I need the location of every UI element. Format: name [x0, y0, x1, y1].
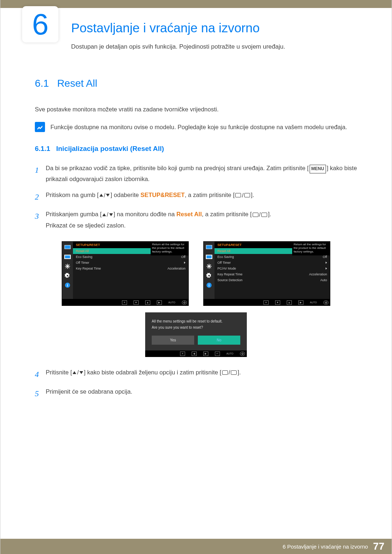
gear-icon	[205, 273, 213, 279]
svg-rect-5	[206, 245, 212, 249]
left-icon: ◀	[192, 352, 197, 356]
osd-sidebar: i	[62, 242, 73, 299]
svg-rect-7	[207, 255, 212, 258]
osd-menu-item: PC/AV Mode	[215, 266, 330, 271]
chapter-subtitle: Dostupan je detaljan opis svih funkcija.…	[71, 43, 377, 50]
osd-nav-bar: ✕ ▼ ▲ ▶ AUTO ⏻	[62, 299, 189, 306]
info-icon: i	[205, 282, 213, 288]
up-down-icon: /	[99, 190, 110, 201]
svg-text:i: i	[209, 283, 210, 287]
info-icon: i	[64, 282, 71, 288]
osd-sidebar: i	[204, 242, 215, 299]
close-icon: ✕	[122, 300, 127, 305]
dialog-nav-bar: ✕ ◀ ▶ ↵ AUTO ⏻	[145, 350, 247, 357]
section-description: Sve postavke monitora možete vratiti na …	[35, 104, 357, 114]
subsection-heading: 6.1.1 Inicijalizacija postavki (Reset Al…	[35, 145, 357, 153]
step-number: 2	[35, 190, 46, 204]
right-icon: ▶	[203, 352, 208, 356]
dialog-text-2: Are you sure you want to reset?	[152, 324, 240, 331]
step-text: Primijenit će se odabrana opcija.	[46, 386, 357, 401]
subsection-title: Inicijalizacija postavki (Reset All)	[56, 145, 164, 152]
footer-chapter-title: 6 Postavljanje i vraćanje na izvorno	[283, 543, 368, 550]
right-icon: ▶	[157, 300, 162, 305]
osd-menu-list: Reset AllEco SavingOffOff TimerPC/AV Mod…	[215, 248, 330, 299]
note-text: Funkcije dostupne na monitoru ovise o mo…	[50, 122, 347, 132]
picture-icon	[64, 254, 71, 260]
osd-nav-bar: ✕ ▼ ▲ ▶ AUTO ⏻	[203, 299, 330, 306]
up-down-icon: /	[73, 367, 83, 378]
close-icon: ✕	[180, 352, 185, 356]
confirm-dialog: All the menu settings will be reset to d…	[145, 312, 247, 357]
svg-rect-2	[65, 255, 70, 258]
no-button[interactable]: No	[198, 336, 240, 345]
close-icon: ✕	[264, 300, 269, 305]
step-number: 3	[35, 209, 46, 231]
osd-menu-item: Off Timer	[73, 260, 188, 266]
resize-icon	[205, 263, 213, 269]
up-icon: ▲	[287, 300, 292, 305]
auto-label: AUTO	[226, 352, 233, 355]
section-heading: 6.1 Reset All	[35, 78, 357, 89]
auto-label: AUTO	[310, 301, 317, 304]
right-icon: ▶	[298, 300, 303, 305]
osd-menu-item: Off Timer	[215, 260, 330, 266]
svg-rect-0	[65, 245, 70, 249]
osd-screenshot-left: i SETUP&RESET Reset AllEco SavingOffOff …	[62, 241, 189, 306]
enter-icon: /	[253, 209, 268, 220]
osd-menu-item: Source DetectionAuto	[215, 277, 330, 283]
svg-text:i: i	[67, 283, 68, 287]
step-text: Pritisnite [/] kako biste odabrali želje…	[46, 367, 357, 382]
highlight-reset-all: Reset All	[176, 211, 202, 217]
menu-button-icon: MENU	[310, 165, 326, 173]
step-text: Pritiskom na gumb [/] odaberite SETUP&RE…	[46, 190, 357, 204]
resize-icon	[64, 263, 71, 269]
enter-icon: /	[235, 190, 250, 201]
gear-icon	[64, 273, 71, 279]
up-icon: ▲	[145, 300, 150, 305]
auto-label: AUTO	[168, 301, 175, 304]
osd-screenshot-right: i SETUP&RESET Reset AllEco SavingOffOff …	[203, 241, 330, 306]
picture-icon	[205, 254, 213, 260]
up-down-icon: /	[102, 209, 113, 220]
section-number: 6.1	[35, 78, 49, 89]
page-number: 77	[373, 541, 384, 552]
step-number: 4	[35, 367, 46, 382]
dialog-text-1: All the menu settings will be reset to d…	[152, 318, 240, 324]
osd-menu-item: Key Repeat TimeAcceleration	[215, 271, 330, 277]
enter-icon: /	[222, 367, 237, 378]
power-icon: ⏻	[240, 352, 245, 356]
power-icon: ⏻	[323, 300, 328, 305]
step-text: Da bi se prikazao vodič za tipke, pritis…	[46, 163, 357, 184]
step-text: Pritiskanjem gumba [/] na monitoru dođit…	[46, 209, 357, 231]
osd-tooltip: Return all the settings for the product …	[151, 241, 189, 255]
down-icon: ▼	[134, 300, 139, 305]
down-icon: ▼	[275, 300, 280, 305]
osd-menu-item: Key Repeat TimeAcceleration	[73, 266, 188, 271]
chapter-title: Postavljanje i vraćanje na izvorno	[71, 8, 377, 35]
note-icon	[35, 122, 45, 132]
top-bar	[0, 0, 392, 8]
yes-button[interactable]: Yes	[152, 336, 194, 345]
enter-icon: ↵	[215, 352, 220, 356]
section-title: Reset All	[57, 78, 97, 89]
osd-menu-list: Reset AllEco SavingOffOff TimerKey Repea…	[73, 248, 188, 299]
monitor-icon	[64, 245, 71, 250]
chapter-number: 6	[22, 6, 58, 42]
subsection-number: 6.1.1	[35, 145, 50, 152]
power-icon: ⏻	[182, 300, 187, 305]
page-footer: 6 Postavljanje i vraćanje na izvorno 77	[0, 539, 392, 554]
step-number: 1	[35, 163, 46, 184]
step-number: 5	[35, 386, 46, 401]
osd-tooltip: Return all the settings for the product …	[292, 241, 330, 255]
chapter-badge: 6	[22, 6, 58, 42]
monitor-icon	[205, 245, 213, 250]
highlight-setup-reset: SETUP&RESET	[140, 192, 185, 198]
